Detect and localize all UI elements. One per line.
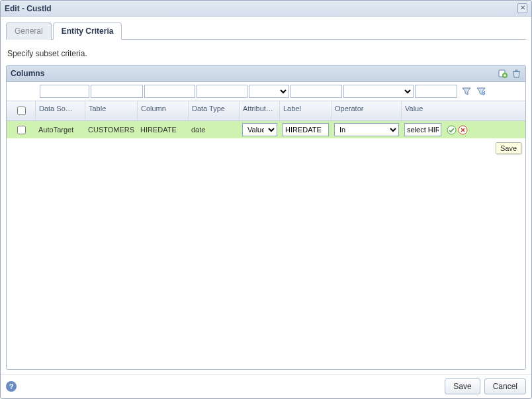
header-label[interactable]: Label: [280, 101, 332, 120]
tab-strip: General Entity Criteria: [6, 22, 526, 40]
header-data-source[interactable]: Data So…: [36, 101, 85, 120]
filter-data-type[interactable]: [197, 85, 247, 98]
header-table[interactable]: Table: [85, 101, 138, 120]
cancel-button[interactable]: Cancel: [484, 378, 526, 394]
svg-point-2: [447, 126, 456, 134]
operator-select[interactable]: In: [334, 123, 399, 136]
select-all-checkbox[interactable]: [17, 107, 26, 115]
add-row-icon[interactable]: [498, 68, 508, 79]
panel-title: Columns: [11, 69, 495, 78]
window-title: Edit - CustId: [5, 4, 517, 13]
header-column[interactable]: Column: [138, 101, 189, 120]
attribute-select[interactable]: Value: [242, 123, 277, 136]
filter-data-source[interactable]: [40, 85, 89, 98]
table-body: AutoTarget CUSTOMERS HIREDATE date Value: [7, 121, 525, 369]
columns-panel: Columns: [6, 65, 526, 370]
close-icon[interactable]: ✕: [517, 3, 527, 13]
tab-entity-criteria[interactable]: Entity Criteria: [53, 22, 122, 40]
cell-value: [402, 122, 444, 138]
filter-operator[interactable]: [343, 85, 414, 98]
filter-label[interactable]: [290, 85, 342, 98]
tab-general[interactable]: General: [6, 22, 52, 40]
header-operator[interactable]: Operator: [332, 101, 402, 120]
instruction-text: Specify subset criteria.: [7, 49, 525, 58]
cell-label: [280, 122, 332, 138]
row-checkbox[interactable]: [17, 126, 26, 134]
label-input[interactable]: [283, 123, 329, 136]
cell-data-source: AutoTarget: [36, 124, 85, 135]
cell-data-type: date: [189, 124, 240, 135]
save-button[interactable]: Save: [445, 378, 480, 394]
dialog-window: Edit - CustId ✕ General Entity Criteria …: [0, 0, 532, 399]
table-header-row: Data So… Table Column Data Type Attribut…: [7, 101, 525, 121]
confirm-row-icon[interactable]: [447, 124, 457, 135]
header-attribute[interactable]: Attribut…: [240, 101, 280, 120]
header-value[interactable]: Value: [402, 101, 525, 120]
cell-attribute: Value: [240, 122, 280, 138]
header-checkbox-cell: [7, 101, 36, 120]
value-input[interactable]: [404, 123, 441, 136]
cell-operator: In: [332, 122, 402, 138]
save-tooltip: Save: [496, 142, 521, 154]
filter-table[interactable]: [91, 85, 143, 98]
table-row[interactable]: AutoTarget CUSTOMERS HIREDATE date Value: [7, 121, 525, 138]
cancel-row-icon[interactable]: [458, 124, 468, 135]
filter-attribute[interactable]: [249, 85, 289, 98]
titlebar: Edit - CustId ✕: [1, 1, 531, 17]
header-data-type[interactable]: Data Type: [189, 101, 240, 120]
filter-row: [7, 82, 525, 101]
row-checkbox-cell: [7, 124, 36, 136]
dialog-footer: ? Save Cancel: [1, 374, 531, 398]
panel-header: Columns: [7, 66, 525, 82]
delete-row-icon[interactable]: [511, 68, 521, 79]
filter-settings-icon[interactable]: [476, 86, 486, 97]
filter-value[interactable]: [415, 85, 457, 98]
apply-filter-icon[interactable]: [461, 86, 472, 97]
row-actions: [444, 123, 470, 136]
cell-table: CUSTOMERS: [85, 124, 138, 135]
dialog-content: General Entity Criteria Specify subset c…: [1, 17, 531, 374]
filter-column[interactable]: [144, 85, 195, 98]
cell-column: HIREDATE: [138, 124, 189, 135]
help-icon[interactable]: ?: [6, 381, 17, 392]
